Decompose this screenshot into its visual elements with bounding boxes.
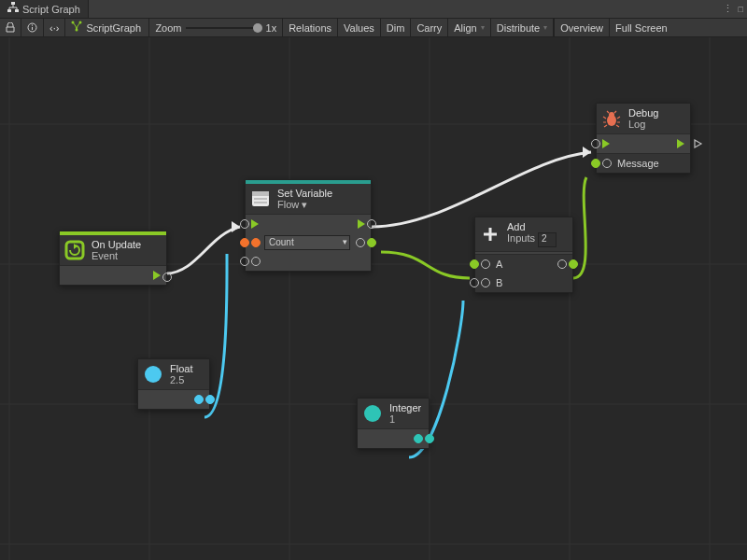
relations-toggle[interactable]: Relations	[283, 19, 338, 36]
zoom-label: Zoom	[155, 22, 181, 34]
plus-icon	[479, 223, 501, 245]
flow-out-connector[interactable]	[367, 219, 376, 229]
message-label: Message	[617, 158, 659, 169]
bug-icon	[600, 107, 623, 130]
node-float-literal[interactable]: Float 2.5	[137, 358, 210, 410]
svg-rect-2	[15, 9, 19, 12]
window-controls: ⋮ □	[723, 0, 747, 18]
value-out-connector[interactable]	[205, 395, 215, 404]
update-loop-icon	[63, 239, 86, 261]
toolbar: ‹·› ScriptGraph Zoom 1x Relations Values…	[0, 19, 747, 37]
inputs-count-field: 2	[538, 232, 557, 247]
node-title: On Update	[92, 239, 141, 250]
zoom-slider[interactable]	[186, 27, 262, 29]
integer-type-icon	[361, 402, 384, 425]
value-out-connector[interactable]	[367, 238, 376, 247]
align-menu[interactable]: Align▾	[448, 19, 490, 36]
distribute-menu[interactable]: Distribute▾	[491, 19, 554, 36]
flow-out-port[interactable]	[358, 219, 365, 229]
svg-rect-5	[32, 27, 33, 30]
name-in-port[interactable]	[240, 238, 249, 247]
node-title: Set Variable	[277, 188, 332, 199]
code-nav-button[interactable]: ‹·›	[44, 19, 65, 36]
node-integer-literal[interactable]: Integer 1	[357, 398, 430, 449]
float-type-icon	[142, 363, 164, 385]
tab-label: Script Graph	[22, 4, 80, 15]
zoom-segment: Zoom 1x	[149, 19, 283, 36]
graph-asset-icon	[71, 21, 82, 35]
svg-rect-26	[254, 202, 267, 203]
flow-in-connector[interactable]	[591, 139, 600, 148]
node-subtitle: Inputs 2	[507, 232, 557, 247]
flow-in-port[interactable]	[602, 139, 610, 148]
hierarchy-icon	[7, 2, 19, 16]
node-add[interactable]: Add Inputs 2 A B	[474, 217, 573, 293]
node-title: Debug	[628, 107, 658, 119]
zoom-value: 1x	[266, 22, 277, 34]
input-a-port[interactable]	[470, 259, 479, 269]
svg-rect-21	[66, 242, 83, 259]
output-connector[interactable]	[569, 259, 578, 269]
lock-button[interactable]	[0, 19, 21, 36]
svg-rect-1	[7, 9, 11, 12]
value-in-port[interactable]	[240, 257, 249, 266]
node-on-update[interactable]: On Update Event	[59, 231, 167, 286]
asset-name: ScriptGraph	[86, 22, 141, 34]
tab-script-graph[interactable]: Script Graph	[0, 0, 89, 18]
menu-icon[interactable]: ⋮	[723, 3, 733, 15]
svg-point-28	[609, 112, 614, 118]
node-subtitle: Event	[92, 250, 141, 261]
asset-segment[interactable]: ScriptGraph	[65, 19, 149, 36]
node-set-variable[interactable]: Set Variable Flow ▾ Count	[245, 179, 372, 272]
flow-out-port[interactable]	[153, 271, 161, 280]
output-port[interactable]	[557, 259, 567, 269]
flow-in-connector[interactable]	[240, 219, 249, 229]
graph-canvas[interactable]: On Update Event Set Variable Flow ▾	[0, 37, 747, 560]
value-out-port[interactable]	[356, 238, 365, 247]
flow-in-port[interactable]	[251, 219, 259, 229]
carry-toggle[interactable]: Carry	[411, 19, 448, 36]
svg-rect-0	[11, 2, 15, 5]
input-a-label: A	[496, 259, 502, 270]
fullscreen-button[interactable]: Full Screen	[609, 19, 673, 36]
node-value: 2.5	[170, 374, 192, 385]
info-button[interactable]	[21, 19, 44, 36]
flow-out-hollow[interactable]	[694, 139, 703, 150]
node-title: Integer	[389, 402, 421, 413]
values-toggle[interactable]: Values	[338, 19, 381, 36]
message-in-port[interactable]	[591, 159, 600, 168]
node-title: Float	[170, 363, 192, 374]
input-b-port[interactable]	[470, 278, 479, 287]
svg-rect-25	[254, 198, 267, 200]
dim-toggle[interactable]: Dim	[381, 19, 412, 36]
variable-icon	[249, 188, 272, 210]
flow-out-connector[interactable]	[162, 273, 172, 282]
code-icon: ‹·›	[49, 22, 59, 34]
node-value: 1	[389, 413, 421, 425]
svg-rect-4	[32, 25, 33, 26]
titlebar: Script Graph ⋮ □	[0, 0, 747, 19]
node-subtitle: Log	[628, 119, 658, 130]
svg-marker-22	[74, 244, 78, 249]
svg-rect-24	[252, 191, 269, 196]
variable-name-dropdown[interactable]: Count	[264, 235, 350, 250]
node-title: Add	[507, 221, 557, 232]
value-out-port[interactable]	[194, 395, 204, 404]
maximize-icon[interactable]: □	[739, 5, 743, 14]
value-out-connector[interactable]	[425, 434, 434, 443]
info-icon	[27, 22, 37, 33]
node-debug-log[interactable]: Debug Log Message	[596, 103, 691, 174]
lock-icon	[6, 22, 15, 33]
input-b-label: B	[496, 277, 502, 288]
overview-button[interactable]: Overview	[554, 19, 609, 36]
flow-out-port[interactable]	[677, 139, 684, 148]
value-out-port[interactable]	[414, 434, 423, 443]
node-subtitle: Flow ▾	[277, 199, 332, 210]
